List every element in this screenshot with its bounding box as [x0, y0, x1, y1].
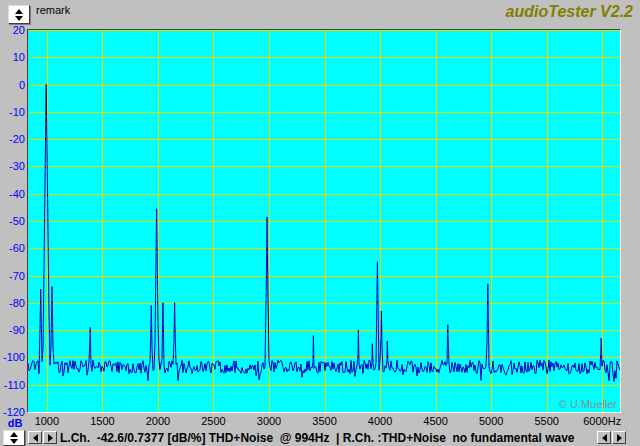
spinner-down-icon[interactable]	[10, 439, 18, 444]
x-tick-label: 3000	[239, 415, 299, 427]
x-tick-label: 1500	[72, 415, 132, 427]
scroll-left-button[interactable]	[597, 431, 611, 444]
x-tick-label: 4000	[350, 415, 410, 427]
y-tick-label: 20	[0, 24, 25, 36]
spectrum-plot-area: © U.Mueller	[27, 29, 621, 413]
y-tick-label: 0	[0, 79, 25, 91]
spinner-up-icon[interactable]	[10, 432, 18, 437]
y-tick-label: -10	[0, 106, 25, 118]
y-tick-label: -80	[0, 297, 25, 309]
app-title: audioTester V2.2	[506, 3, 633, 21]
y-tick-label: -50	[0, 215, 25, 227]
x-tick-label: 1000	[17, 415, 77, 427]
y-tick-label: -30	[0, 160, 25, 172]
left-arrow-icon	[602, 434, 607, 442]
prev-channel-button[interactable]	[28, 431, 42, 444]
status-text: L.Ch. -42.6/0.7377 [dB/%] THD+Noise @ 99…	[60, 431, 575, 445]
app-window: remark audioTester V2.2 © U.Mueller 2010…	[0, 0, 640, 446]
right-arrow-icon	[48, 434, 53, 442]
y-tick-label: -70	[0, 270, 25, 282]
x-tick-label: 2500	[183, 415, 243, 427]
spectrum-chart	[28, 30, 620, 412]
scroll-right-button[interactable]	[612, 431, 626, 444]
x-tick-label: 3500	[295, 415, 355, 427]
y-tick-label: -90	[0, 324, 25, 336]
x-tick-label: 2000	[128, 415, 188, 427]
status-bar: L.Ch. -42.6/0.7377 [dB/%] THD+Noise @ 99…	[0, 429, 640, 446]
x-tick-label: 6000Hz	[572, 415, 632, 427]
x-tick-label: 5500	[517, 415, 577, 427]
next-channel-button[interactable]	[43, 431, 57, 444]
right-arrow-icon	[617, 434, 622, 442]
y-tick-label: -100	[0, 351, 25, 363]
y-tick-label: -60	[0, 242, 25, 254]
spinner-down-icon[interactable]	[15, 16, 23, 21]
x-tick-label: 4500	[406, 415, 466, 427]
top-bar: remark audioTester V2.2	[0, 0, 640, 29]
y-tick-label: 10	[0, 51, 25, 63]
x-tick-label: 5000	[461, 415, 521, 427]
remark-label: remark	[36, 4, 70, 16]
y-tick-label: -40	[0, 188, 25, 200]
status-spinner[interactable]	[3, 430, 25, 446]
remark-spinner[interactable]	[8, 5, 30, 24]
spinner-up-icon[interactable]	[15, 9, 23, 14]
y-tick-label: -110	[0, 379, 25, 391]
copyright-label: © U.Mueller	[559, 398, 617, 410]
y-tick-label: -20	[0, 133, 25, 145]
spectrum-trace	[28, 85, 620, 382]
left-arrow-icon	[33, 434, 38, 442]
